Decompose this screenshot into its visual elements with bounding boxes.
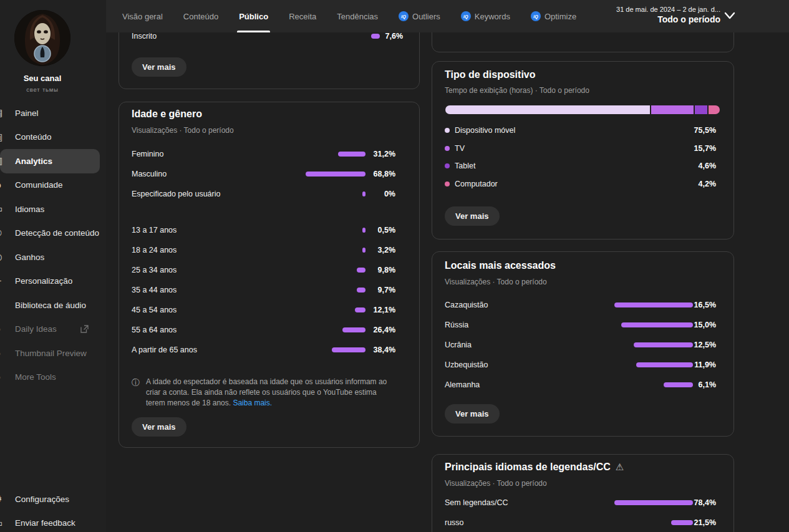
card-subtitle: Visualizações · Todo o período (445, 278, 547, 286)
sidebar-item-idiomas[interactable]: ▭Idiomas (0, 197, 100, 221)
sidebar-footer-nav: ⚙Configurações▭Enviar feedback (0, 487, 106, 532)
analytics-icon: ▥ (0, 155, 6, 167)
tab-outliers[interactable]: iQOutliers (399, 0, 440, 32)
age-note: ⓘ A idade do espectador é baseada na ida… (132, 377, 397, 409)
date-range-text: 31 de mai. de 2024 – 2 de jan. d... (616, 6, 720, 13)
device-segment (695, 105, 707, 114)
tab-label: Keywords (475, 12, 510, 21)
ver-mais-button[interactable]: Ver mais (445, 404, 500, 423)
legend-label: Computador (455, 180, 498, 188)
age-rows: 13 a 17 anos0,5%18 a 24 anos3,2%25 a 34 … (119, 220, 419, 360)
sidebar-item-thumbnail-preview[interactable]: ◌Thumbnail Preview (0, 341, 100, 365)
card-subtitle: Tempo de exibição (horas) · Todo o perío… (445, 86, 589, 95)
device-legend-row: Tablet4,6% (432, 157, 733, 175)
sidebar-item-analytics[interactable]: ▥Analytics (0, 149, 100, 173)
sidebar-item-label: Idiomas (15, 205, 44, 214)
device-legend-row: Computador4,2% (432, 175, 733, 193)
sidebar-item-label: Painel (15, 109, 39, 118)
legend-value: 15,7% (694, 144, 716, 153)
metric-label: Especificado pelo usuário (132, 190, 220, 198)
sidebar-item-label: Ganhos (15, 253, 44, 262)
metric-label: Ucrânia (445, 341, 472, 349)
metric-label: 55 a 64 anos (132, 326, 177, 334)
tab-publico[interactable]: Público (239, 0, 268, 32)
feedback-icon: ▭ (0, 518, 6, 529)
metric-label: Sem legendas/CC (445, 498, 508, 507)
metric-row: 13 a 17 anos0,5% (119, 220, 419, 240)
card-subtitle: Visualizações · Todo o período (132, 126, 234, 135)
tab-visao-geral[interactable]: Visão geral (122, 0, 163, 32)
metric-value: 11,9% (684, 360, 716, 369)
metric-row: Sem legendas/CC78,4% (432, 493, 733, 513)
sidebar-item-label: Configurações (15, 495, 69, 504)
community-icon: ☻ (0, 180, 6, 190)
card-subtitle: Visualizações · Todo o período (445, 479, 547, 488)
saiba-mais-link[interactable]: Saiba mais. (233, 399, 272, 407)
dashboard-icon: ▤ (0, 107, 6, 118)
sidebar-item-biblioteca-de-audio[interactable]: ♪Biblioteca de áudio (0, 293, 100, 317)
card-title: Idade e gênero (132, 109, 202, 120)
metric-row: 45 a 54 anos12,1% (119, 300, 419, 320)
metric-row: A partir de 65 anos38,4% (119, 340, 419, 360)
metric-row: Feminino31,2% (119, 144, 419, 164)
ver-mais-button[interactable]: Ver mais (445, 206, 500, 226)
gender-rows: Feminino31,2%Masculino68,8%Especificado … (119, 144, 419, 204)
metric-value: 68,8% (363, 170, 395, 178)
copyright-icon: © (0, 228, 6, 238)
card-subtitle-languages: Principais idiomas de legendas/CC⚠ Visua… (432, 454, 734, 532)
sidebar-item-configuracoes[interactable]: ⚙Configurações (0, 487, 100, 511)
metric-bar (332, 347, 365, 352)
sidebar-item-deteccao-de-conteudo[interactable]: ©Detecção de conteúdo (0, 221, 100, 246)
sidebar-item-ganhos[interactable]: ◎Ganhos (0, 245, 100, 269)
metric-value: 15,0% (684, 321, 716, 329)
customization-icon: ✦ (0, 276, 6, 287)
tab-receita[interactable]: Receita (289, 0, 316, 32)
info-icon: ⓘ (132, 377, 140, 388)
external-link-icon (80, 325, 89, 333)
legend-value: 4,2% (699, 180, 717, 188)
sidebar-item-painel[interactable]: ▤Painel (0, 101, 100, 125)
tab-conteudo[interactable]: Conteúdo (183, 0, 218, 32)
tab-optimize[interactable]: iQOptimize (531, 0, 576, 32)
metric-row: Rússia15,0% (432, 315, 733, 335)
gear-icon: ⚙ (0, 493, 6, 505)
metric-value: 26,4% (363, 326, 395, 334)
sidebar-item-comunidade[interactable]: ☻Comunidade (0, 173, 100, 198)
sidebar-item-conteudo[interactable]: ▣Conteúdo (0, 125, 100, 150)
sidebar-item-daily-ideas[interactable]: ◌Daily Ideas (0, 317, 100, 342)
channel-avatar[interactable] (14, 10, 70, 66)
tab-tendencias[interactable]: Tendências (337, 0, 378, 32)
metric-row: Masculino68,8% (119, 164, 419, 184)
sidebar-item-enviar-feedback[interactable]: ▭Enviar feedback (0, 511, 100, 532)
chevron-down-icon[interactable] (724, 11, 736, 22)
sidebar-item-label: Detecção de conteúdo (15, 228, 99, 238)
sidebar-item-label: Conteúdo (15, 132, 52, 142)
tab-keywords[interactable]: iQKeywords (461, 0, 510, 32)
metric-label: Cazaquistão (445, 301, 488, 309)
metric-label: Feminino (132, 150, 163, 158)
card-top-locations: Locais mais acessados Visualizações · To… (432, 251, 734, 437)
ver-mais-button[interactable]: Ver mais (132, 57, 186, 77)
sidebar: Seu canal свет тьмы ▤Painel▣Conteúdo▥Ana… (0, 0, 106, 532)
avatar-image (14, 10, 70, 66)
sidebar-item-personalizacao[interactable]: ✦Personalização (0, 269, 100, 294)
thumbnail-icon: ◌ (0, 348, 6, 359)
device-legend-row: Dispositivo móvel75,5% (432, 122, 733, 140)
card-age-gender: Idade e gênero Visualizações · Todo o pe… (119, 102, 420, 448)
device-segment (445, 105, 650, 114)
date-range-picker[interactable]: 31 de mai. de 2024 – 2 de jan. d... Todo… (616, 6, 720, 24)
ver-mais-button[interactable]: Ver mais (132, 417, 186, 437)
metric-value: 7,6% (370, 32, 403, 41)
metric-value: 3,2% (363, 246, 395, 254)
metric-label: 45 a 54 anos (132, 306, 177, 314)
tab-label: Visão geral (122, 12, 163, 21)
subtitles-icon: ▭ (0, 203, 6, 215)
sidebar-item-more-tools[interactable]: ◌More Tools (0, 365, 100, 390)
metric-bar (342, 327, 365, 332)
metric-row: Ucrânia12,5% (432, 335, 733, 355)
warning-icon[interactable]: ⚠ (616, 462, 624, 472)
metric-value: 9,7% (363, 286, 395, 294)
metric-value: 21,5% (684, 518, 716, 527)
metric-label: Masculino (132, 170, 167, 178)
card-device-type: Tipo de dispositivo Tempo de exibição (h… (432, 61, 734, 239)
